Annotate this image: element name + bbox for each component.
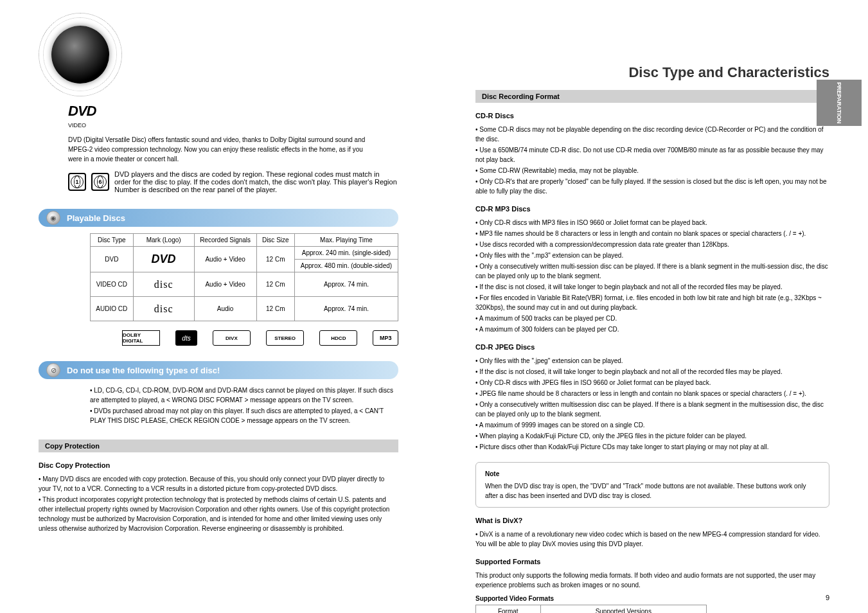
- jpeg-heading: CD-R JPEG Discs: [475, 343, 829, 351]
- jpeg-list: Only files with the ".jpeg" extension ca…: [475, 356, 829, 452]
- video-formats-table: Format Supported Versions AVIDivX3.11~Di…: [475, 605, 707, 613]
- supported-intro: This product only supports the following…: [475, 571, 829, 590]
- disc-mark-icon: disc: [154, 303, 173, 314]
- col-time: Max. Playing Time: [294, 234, 398, 247]
- copy-protection-bar: Copy Protection: [39, 440, 398, 452]
- page-number: 9: [826, 594, 829, 601]
- unplayable-list: LD, CD-G, CD-I, CD-ROM, DVD-ROM and DVD-…: [90, 386, 398, 425]
- note-box: Note When the DVD disc tray is open, the…: [475, 462, 829, 508]
- col-signals: Recorded Signals: [194, 234, 256, 247]
- divx-heading: What is DivX?: [475, 517, 829, 524]
- page-title: Disc Type and Characteristics: [475, 64, 829, 81]
- speaker-logo: [39, 13, 122, 96]
- copy-heading: Disc Copy Protection: [39, 461, 398, 469]
- dts-icon: dts: [175, 330, 197, 346]
- disc-icon: ◉: [46, 211, 60, 225]
- copy-protection-list: Many DVD discs are encoded with copy pro…: [39, 474, 398, 533]
- divx-icon: DIVX: [213, 330, 251, 346]
- dvd-logo: DVD: [68, 103, 398, 120]
- dvd-logo-subtext: VIDEO: [68, 122, 398, 129]
- row-cd-type: AUDIO CD: [91, 297, 134, 321]
- col-size: Disc Size: [256, 234, 294, 247]
- cdr-list: Some CD-R discs may not be playable depe…: [475, 125, 829, 196]
- video-formats-heading: Supported Video Formats: [475, 595, 829, 602]
- dvd-mark-icon: DVD: [152, 253, 176, 265]
- col-disc-type: Disc Type: [91, 234, 134, 247]
- row-dvd-type: DVD: [91, 247, 134, 272]
- mp3-list: Only CD-R discs with MP3 files in ISO 96…: [475, 218, 829, 334]
- hdcd-icon: HDCD: [319, 330, 357, 346]
- cdr-heading: CD-R Discs: [475, 112, 829, 120]
- row-vcd-type: VIDEO CD: [91, 272, 134, 297]
- disc-table: Disc Type Mark (Logo) Recorded Signals D…: [90, 233, 398, 321]
- unplayable-bar: ⊘ Do not use the following types of disc…: [39, 361, 398, 379]
- codec-row: DOLBY DIGITAL dts DIVX STEREO HDCD MP3: [122, 330, 398, 346]
- supported-heading: Supported Formats: [475, 558, 829, 565]
- globe-icon: 1: [68, 173, 86, 191]
- recording-format-bar: Disc Recording Format: [475, 90, 829, 103]
- dolby-icon: DOLBY DIGITAL: [122, 330, 160, 346]
- disc-mark-icon: disc: [154, 279, 173, 290]
- globe-icon: 6: [91, 173, 109, 191]
- mp3-icon: MP3: [373, 330, 398, 346]
- playable-discs-bar: ◉ Playable Discs: [39, 209, 398, 227]
- divx-list: DivX is a name of a revolutionary new vi…: [475, 529, 829, 549]
- disc-no-icon: ⊘: [46, 363, 60, 377]
- side-tab: PREPARATION: [817, 80, 862, 126]
- stereo-icon: STEREO: [266, 330, 304, 346]
- col-mark: Mark (Logo): [133, 234, 194, 247]
- dvd-description: DVD (Digital Versatile Disc) offers fant…: [68, 135, 376, 164]
- mp3-heading: CD-R MP3 Discs: [475, 205, 829, 213]
- region-code-text: DVD players and the discs are coded by r…: [114, 170, 397, 193]
